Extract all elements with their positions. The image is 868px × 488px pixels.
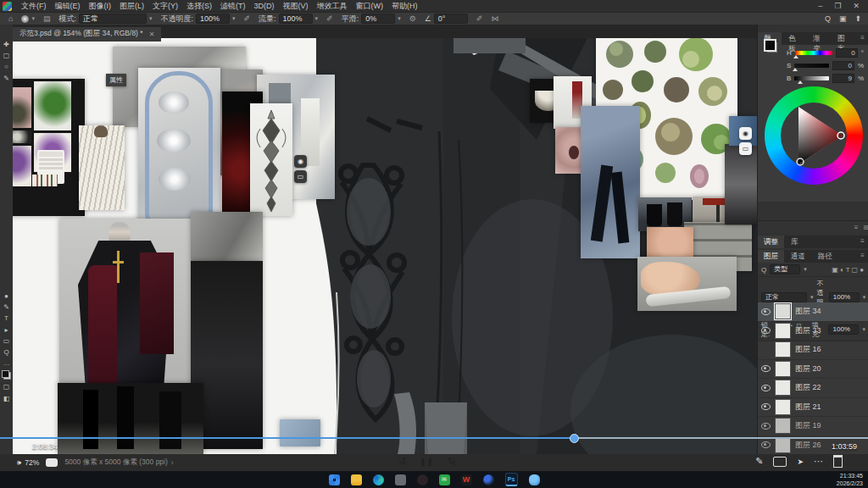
tab-close-icon[interactable]: ✕: [149, 30, 155, 38]
hue-value[interactable]: 0: [836, 48, 858, 58]
menu-3d[interactable]: 3D(D): [250, 2, 279, 10]
annotate-cursor-icon[interactable]: ➤: [797, 458, 804, 466]
video-progress-played[interactable]: [0, 437, 573, 439]
screen-mode-icon[interactable]: ◧: [3, 395, 10, 402]
shape-tool-icon[interactable]: ▭: [3, 337, 10, 345]
airbrush-icon[interactable]: ✐: [326, 14, 333, 23]
tab-channels[interactable]: 通道: [785, 250, 811, 263]
status-chevron-icon[interactable]: ›: [171, 458, 174, 467]
volume-icon[interactable]: 🕪: [17, 458, 21, 468]
sat-slider[interactable]: [794, 64, 829, 68]
flow-field[interactable]: 100%: [279, 14, 313, 24]
layer-thumbnail[interactable]: [775, 323, 791, 339]
layer-thumbnail[interactable]: [775, 341, 791, 358]
crop-tool-icon[interactable]: ✎: [3, 75, 9, 82]
taskbar-clock[interactable]: 21:33:45 2026/2/23: [837, 472, 863, 487]
layer-opacity-field[interactable]: 100%: [829, 292, 860, 302]
file-explorer-icon[interactable]: [351, 474, 362, 485]
layer-visibility-eye-icon[interactable]: [760, 403, 771, 410]
menu-help[interactable]: 帮助(H): [387, 1, 422, 12]
pip-button[interactable]: ▭: [739, 142, 752, 155]
layer-name[interactable]: 图层 16: [795, 344, 821, 355]
properties-panel-tab[interactable]: 属性: [106, 74, 126, 86]
search-icon[interactable]: Q: [825, 14, 831, 23]
hue-slider[interactable]: [795, 51, 832, 55]
menu-file[interactable]: 文件(F): [17, 1, 51, 12]
panel-menu-icon[interactable]: ≡: [856, 250, 868, 263]
layer-thumbnail[interactable]: [775, 380, 791, 396]
clone-tool-icon[interactable]: ●: [4, 292, 8, 300]
layer-row[interactable]: 图层 22: [758, 379, 868, 398]
menu-edit[interactable]: 编辑(E): [51, 1, 85, 12]
layer-thumbnail[interactable]: [775, 418, 791, 434]
wps-app-icon[interactable]: W: [461, 474, 472, 485]
layer-row[interactable]: 图层 21: [758, 398, 868, 418]
blend-mode-select[interactable]: 正常: [761, 292, 807, 302]
layer-name[interactable]: 图层 21: [795, 402, 821, 413]
document-tab[interactable]: 示范3.psd @ 154% (图层 34, RGB/8) * ✕: [13, 27, 161, 42]
layer-thumbnail[interactable]: [775, 303, 791, 319]
mail-app-icon[interactable]: ✉: [439, 474, 450, 485]
close-button[interactable]: ✕: [853, 2, 860, 10]
share-icon[interactable]: ⬆: [854, 14, 861, 23]
layer-visibility-eye-icon[interactable]: [760, 327, 771, 334]
tab-patterns[interactable]: 图案: [832, 32, 855, 45]
restore-button[interactable]: ❐: [834, 2, 841, 10]
tab-gradients[interactable]: 渐变: [807, 32, 831, 45]
symmetry-icon[interactable]: ⋈: [491, 14, 498, 23]
tab-paths[interactable]: 路径: [812, 250, 838, 263]
layer-thumbnail[interactable]: [775, 399, 791, 415]
filter-kind-icons[interactable]: ▣◐T▢●: [832, 266, 865, 274]
menu-image[interactable]: 图像(I): [85, 1, 116, 12]
player-float-buttons-right[interactable]: ◉ ▭: [739, 127, 752, 158]
marquee-tool-icon[interactable]: ▢: [3, 52, 10, 59]
menu-plugins[interactable]: 增效工具: [313, 1, 352, 12]
video-progress-remaining[interactable]: [573, 437, 868, 439]
video-progress-knob[interactable]: [570, 434, 579, 443]
calculator-app-icon[interactable]: [395, 474, 406, 485]
minimize-button[interactable]: –: [818, 2, 822, 10]
filter-type-select[interactable]: 类型: [770, 264, 800, 274]
edge-browser-icon[interactable]: [373, 474, 384, 485]
layer-row[interactable]: 图层 34: [758, 302, 868, 322]
layer-visibility-eye-icon[interactable]: [760, 441, 771, 448]
tab-swatches[interactable]: 色板: [782, 32, 806, 45]
photoshop-taskbar-icon[interactable]: Ps: [505, 473, 518, 486]
layer-name[interactable]: 图层 33: [795, 325, 821, 336]
sat-value[interactable]: 0: [832, 61, 854, 70]
move-tool-icon[interactable]: ✚: [3, 41, 9, 48]
layer-name[interactable]: 图层 20: [795, 363, 821, 374]
layer-visibility-eye-icon[interactable]: [760, 365, 771, 372]
zoom-tool-icon[interactable]: Q: [3, 348, 8, 356]
lasso-tool-icon[interactable]: ○: [4, 63, 8, 70]
layer-visibility-eye-icon[interactable]: [760, 423, 771, 430]
loop-button[interactable]: ◉: [739, 127, 752, 140]
layer-name[interactable]: 图层 22: [795, 382, 821, 393]
layer-thumbnail[interactable]: [775, 361, 791, 377]
panel-menu-icon[interactable]: ≡: [856, 32, 868, 45]
tab-adjustments[interactable]: 调整: [758, 236, 784, 248]
brush-panel-toggle-icon[interactable]: ▤: [43, 14, 51, 23]
brush-tool-icon[interactable]: ✎: [3, 303, 9, 311]
annotate-frame-icon[interactable]: [773, 457, 787, 467]
layer-name[interactable]: 图层 34: [795, 306, 821, 317]
angle-field[interactable]: 0°: [434, 14, 468, 24]
layer-name[interactable]: 图层 26: [795, 440, 821, 451]
pause-button[interactable]: ❚❚: [420, 458, 434, 466]
layer-visibility-eye-icon[interactable]: [760, 308, 771, 315]
mode-select[interactable]: 正常: [79, 14, 147, 24]
bri-value[interactable]: 9: [832, 74, 854, 83]
more-tools-icon[interactable]: …: [3, 359, 10, 367]
start-button-icon[interactable]: [329, 474, 340, 485]
document-info[interactable]: 5000 像素 x 5000 像素 (300 ppi): [64, 458, 167, 468]
filter-search-icon[interactable]: Q: [761, 266, 766, 274]
tab-layers[interactable]: 图层: [758, 250, 784, 263]
workspace-switcher-icon[interactable]: ▣: [839, 14, 847, 23]
smoothing-gear-icon[interactable]: ⚙: [409, 14, 416, 23]
player-float-buttons-left[interactable]: ◉ ▭: [294, 155, 307, 186]
panel-collapse-bar[interactable]: ≡⊞: [758, 220, 868, 233]
menu-view[interactable]: 视图(V): [279, 1, 313, 12]
annotate-trash-icon[interactable]: [833, 455, 843, 468]
chat-app-icon[interactable]: [529, 474, 540, 485]
layer-thumbnail[interactable]: [775, 437, 791, 453]
